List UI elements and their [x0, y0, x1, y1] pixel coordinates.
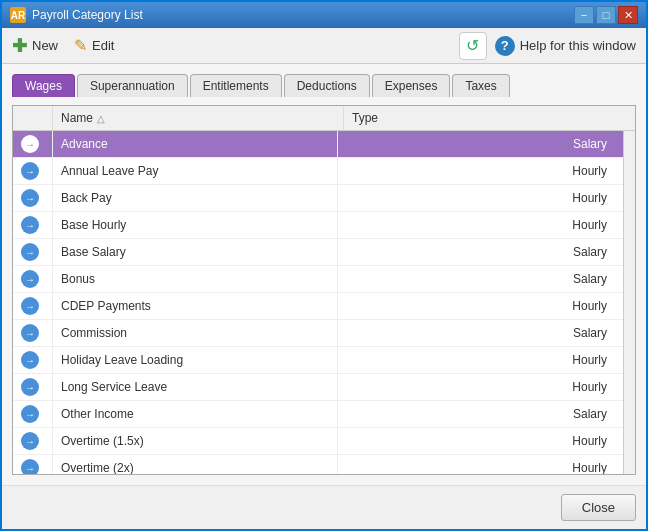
row-type: Hourly — [338, 428, 623, 454]
close-button[interactable]: Close — [561, 494, 636, 521]
edit-button[interactable]: ✎ Edit — [74, 36, 114, 55]
row-name: Other Income — [53, 401, 338, 427]
window-title: Payroll Category List — [32, 8, 143, 22]
table-row[interactable]: BonusSalary — [13, 266, 623, 293]
tab-bar: WagesSuperannuationEntitlementsDeduction… — [12, 74, 636, 97]
row-name: Advance — [53, 131, 338, 157]
row-name: CDEP Payments — [53, 293, 338, 319]
tab-superannuation[interactable]: Superannuation — [77, 74, 188, 97]
app-icon: AR — [10, 7, 26, 23]
help-label: Help for this window — [520, 38, 636, 53]
col-header-icon — [13, 106, 53, 130]
row-arrow-icon — [21, 162, 39, 180]
table-row[interactable]: Holiday Leave LoadingHourly — [13, 347, 623, 374]
row-arrow-icon — [21, 270, 39, 288]
toolbar-right: ↺ ? Help for this window — [459, 32, 636, 60]
row-type: Salary — [338, 131, 623, 157]
row-type: Salary — [338, 239, 623, 265]
table-row[interactable]: Base HourlyHourly — [13, 212, 623, 239]
scrollbar[interactable] — [623, 131, 635, 474]
maximize-button[interactable]: □ — [596, 6, 616, 24]
table-row[interactable]: AdvanceSalary — [13, 131, 623, 158]
minimize-button[interactable]: − — [574, 6, 594, 24]
row-arrow-icon — [21, 189, 39, 207]
row-arrow-icon — [21, 459, 39, 474]
title-bar-controls: − □ ✕ — [574, 6, 638, 24]
row-type: Hourly — [338, 455, 623, 474]
table-container: Name △ Type AdvanceSalaryAnnual Leave Pa… — [12, 105, 636, 475]
row-arrow-icon — [21, 297, 39, 315]
table-row[interactable]: Back PayHourly — [13, 185, 623, 212]
tab-entitlements[interactable]: Entitlements — [190, 74, 282, 97]
row-name: Back Pay — [53, 185, 338, 211]
refresh-icon: ↺ — [466, 36, 479, 55]
table-row[interactable]: Long Service LeaveHourly — [13, 374, 623, 401]
row-name: Long Service Leave — [53, 374, 338, 400]
row-arrow-icon — [21, 243, 39, 261]
table-row[interactable]: Overtime (1.5x)Hourly — [13, 428, 623, 455]
tab-wages[interactable]: Wages — [12, 74, 75, 97]
tab-taxes[interactable]: Taxes — [452, 74, 509, 97]
toolbar: ✚ New ✎ Edit ↺ ? Help for this window — [2, 28, 646, 64]
refresh-button[interactable]: ↺ — [459, 32, 487, 60]
col-header-name: Name △ — [53, 106, 344, 130]
row-arrow-icon — [21, 405, 39, 423]
row-type: Hourly — [338, 158, 623, 184]
row-name: Overtime (1.5x) — [53, 428, 338, 454]
row-type: Salary — [338, 266, 623, 292]
table-row[interactable]: Overtime (2x)Hourly — [13, 455, 623, 474]
row-type: Salary — [338, 320, 623, 346]
row-name: Holiday Leave Loading — [53, 347, 338, 373]
row-name: Bonus — [53, 266, 338, 292]
row-type: Hourly — [338, 185, 623, 211]
main-window: AR Payroll Category List − □ ✕ ✚ New ✎ E… — [0, 0, 648, 531]
row-name: Base Salary — [53, 239, 338, 265]
table-row[interactable]: Other IncomeSalary — [13, 401, 623, 428]
row-type: Hourly — [338, 212, 623, 238]
new-button[interactable]: ✚ New — [12, 35, 58, 57]
row-arrow-icon — [21, 432, 39, 450]
row-arrow-icon — [21, 378, 39, 396]
title-bar-left: AR Payroll Category List — [10, 7, 143, 23]
table-row[interactable]: Base SalarySalary — [13, 239, 623, 266]
tab-expenses[interactable]: Expenses — [372, 74, 451, 97]
edit-label: Edit — [92, 38, 114, 53]
table-row[interactable]: CommissionSalary — [13, 320, 623, 347]
row-type: Hourly — [338, 347, 623, 373]
row-arrow-icon — [21, 324, 39, 342]
table-body: AdvanceSalaryAnnual Leave PayHourlyBack … — [13, 131, 623, 474]
table-row[interactable]: Annual Leave PayHourly — [13, 158, 623, 185]
row-type: Hourly — [338, 293, 623, 319]
title-bar: AR Payroll Category List − □ ✕ — [2, 2, 646, 28]
help-icon: ? — [495, 36, 515, 56]
row-name: Commission — [53, 320, 338, 346]
row-name: Annual Leave Pay — [53, 158, 338, 184]
tab-deductions[interactable]: Deductions — [284, 74, 370, 97]
help-button[interactable]: ? Help for this window — [495, 36, 636, 56]
row-name: Base Hourly — [53, 212, 338, 238]
row-name: Overtime (2x) — [53, 455, 338, 474]
sort-arrow-icon: △ — [97, 113, 105, 124]
edit-icon: ✎ — [74, 36, 87, 55]
col-header-type: Type — [344, 106, 635, 130]
window-close-button[interactable]: ✕ — [618, 6, 638, 24]
footer: Close — [2, 485, 646, 529]
row-arrow-icon — [21, 216, 39, 234]
row-type: Hourly — [338, 374, 623, 400]
row-arrow-icon — [21, 351, 39, 369]
content-area: WagesSuperannuationEntitlementsDeduction… — [2, 64, 646, 485]
new-label: New — [32, 38, 58, 53]
row-arrow-icon — [21, 135, 39, 153]
table-row[interactable]: CDEP PaymentsHourly — [13, 293, 623, 320]
table-wrapper: AdvanceSalaryAnnual Leave PayHourlyBack … — [13, 131, 635, 474]
row-type: Salary — [338, 401, 623, 427]
new-icon: ✚ — [12, 35, 27, 57]
table-header: Name △ Type — [13, 106, 635, 131]
